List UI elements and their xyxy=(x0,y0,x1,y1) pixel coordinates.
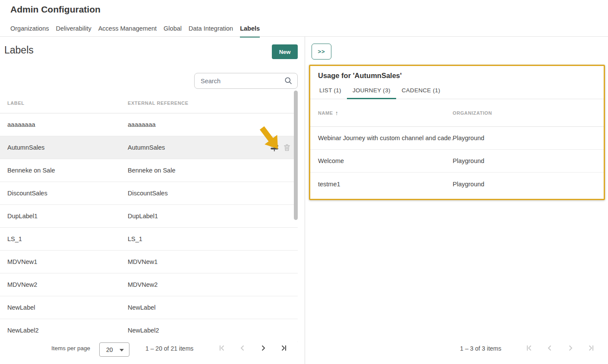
table-row[interactable]: LS_1 LS_1 xyxy=(0,228,298,251)
table-row[interactable]: MDVNew1 MDVNew1 xyxy=(0,251,298,273)
new-label-button[interactable]: New xyxy=(272,44,298,59)
table-row[interactable]: DupLabel1 DupLabel1 xyxy=(0,205,298,228)
labels-pagination: Items per page 20 1 – 20 of 21 items xyxy=(0,339,297,364)
items-per-page-label: Items per page xyxy=(51,345,90,351)
pagination-range: 1 – 3 of 3 items xyxy=(460,345,501,352)
search-icon xyxy=(284,76,293,85)
cell-label: AutumnSales xyxy=(0,144,128,151)
cell-label: LS_1 xyxy=(0,235,128,242)
table-row-selected[interactable]: AutumnSales AutumnSales xyxy=(0,136,298,159)
last-page-button[interactable] xyxy=(279,343,289,353)
labels-panel-title: Labels xyxy=(4,44,34,56)
cell-label: Benneke on Sale xyxy=(0,167,128,174)
table-row[interactable]: MDVNew2 MDVNew2 xyxy=(0,273,298,296)
column-header-external-reference: EXTERNAL REFERENCE xyxy=(128,100,298,106)
labels-table-header: LABEL EXTERNAL REFERENCE xyxy=(0,93,298,113)
items-per-page-value: 20 xyxy=(106,346,113,353)
label-search xyxy=(194,73,298,89)
cell-name: Webinar Journey with custom channel and … xyxy=(310,135,453,141)
caret-down-icon xyxy=(120,349,124,351)
collapse-panel-button[interactable]: >> xyxy=(312,44,331,60)
items-per-page-select[interactable]: 20 xyxy=(99,342,129,357)
last-page-button[interactable] xyxy=(586,343,596,353)
cell-name: testme1 xyxy=(310,181,453,188)
table-row[interactable]: NewLabel NewLabel xyxy=(0,296,298,319)
tab-labels[interactable]: Labels xyxy=(240,22,260,38)
cell-label: NewLabel2 xyxy=(0,327,128,334)
usage-tab-list[interactable]: LIST (1) xyxy=(314,83,347,99)
usage-row[interactable]: testme1 Playground xyxy=(310,173,604,195)
cell-organization: Playground xyxy=(453,181,604,188)
cell-label: MDVNew1 xyxy=(0,258,128,265)
tab-deliverability[interactable]: Deliverability xyxy=(56,22,91,38)
table-row[interactable]: Benneke on Sale Benneke on Sale xyxy=(0,159,298,182)
cell-label: MDVNew2 xyxy=(0,281,128,288)
cell-label: DupLabel1 xyxy=(0,213,128,220)
table-row[interactable]: aaaaaaaa aaaaaaaa xyxy=(0,113,298,136)
cell-label: aaaaaaaa xyxy=(0,121,128,128)
first-page-button[interactable] xyxy=(217,343,227,353)
usage-row[interactable]: Webinar Journey with custom channel and … xyxy=(310,127,604,150)
vertical-scrollbar[interactable] xyxy=(294,91,298,220)
tab-data-integration[interactable]: Data Integration xyxy=(189,22,233,38)
cell-external-reference: DiscountSales xyxy=(128,190,298,197)
sort-ascending-icon[interactable]: ↑ xyxy=(335,110,338,116)
tab-access-management[interactable]: Access Management xyxy=(98,22,157,38)
cell-external-reference: Benneke on Sale xyxy=(128,167,298,174)
admin-config-tab-bar: Organizations Deliverability Access Mana… xyxy=(10,22,260,38)
tab-global[interactable]: Global xyxy=(164,22,182,38)
pagination-range: 1 – 20 of 21 items xyxy=(145,345,193,352)
search-input[interactable] xyxy=(194,73,298,89)
cell-external-reference: NewLabel2 xyxy=(128,327,298,334)
usage-card: Usage for 'AutumnSales' LIST (1) JOURNEY… xyxy=(309,65,605,200)
cell-external-reference: MDVNew2 xyxy=(128,281,298,288)
cell-organization: Playground xyxy=(453,157,604,164)
cell-label: DiscountSales xyxy=(0,190,128,197)
cell-external-reference: NewLabel xyxy=(128,304,298,311)
usage-table-header: NAME ↑ ORGANIZATION xyxy=(310,99,604,127)
cell-label: NewLabel xyxy=(0,304,128,311)
cell-name: Welcome xyxy=(310,157,453,164)
first-page-button[interactable] xyxy=(524,343,534,353)
cell-organization: Playground xyxy=(453,135,604,141)
cell-external-reference: MDVNew1 xyxy=(128,258,298,265)
table-row[interactable]: DiscountSales DiscountSales xyxy=(0,182,298,205)
previous-page-button[interactable] xyxy=(237,343,248,353)
cell-external-reference: LS_1 xyxy=(128,235,298,242)
usage-card-title: Usage for 'AutumnSales' xyxy=(318,72,604,80)
labels-table: LABEL EXTERNAL REFERENCE aaaaaaaa aaaaaa… xyxy=(0,93,298,342)
next-page-button[interactable] xyxy=(565,343,576,353)
page-title: Admin Configuration xyxy=(10,4,101,15)
previous-page-button[interactable] xyxy=(545,343,555,353)
usage-tab-journey[interactable]: JOURNEY (3) xyxy=(347,83,396,99)
cell-external-reference: DupLabel1 xyxy=(128,213,298,220)
column-header-name[interactable]: NAME xyxy=(318,110,333,116)
cell-external-reference: aaaaaaaa xyxy=(128,121,298,128)
usage-tab-bar: LIST (1) JOURNEY (3) CADENCE (1) xyxy=(314,83,604,99)
column-header-organization: ORGANIZATION xyxy=(453,110,604,116)
next-page-button[interactable] xyxy=(258,343,268,353)
usage-tab-cadence[interactable]: CADENCE (1) xyxy=(396,83,446,99)
main-content: Labels New LABEL EXTERNAL REFERENCE aaaa… xyxy=(0,37,608,364)
usage-row[interactable]: Welcome Playground xyxy=(310,150,604,173)
usage-panel: >> Usage for 'AutumnSales' LIST (1) JOUR… xyxy=(305,37,608,364)
usage-pagination: 1 – 3 of 3 items xyxy=(305,339,608,356)
delete-trash-icon[interactable] xyxy=(283,143,291,152)
usage-signpost-icon[interactable] xyxy=(270,143,279,152)
column-header-label: LABEL xyxy=(0,100,128,106)
labels-panel: Labels New LABEL EXTERNAL REFERENCE aaaa… xyxy=(0,37,305,364)
tab-organizations[interactable]: Organizations xyxy=(10,22,49,38)
